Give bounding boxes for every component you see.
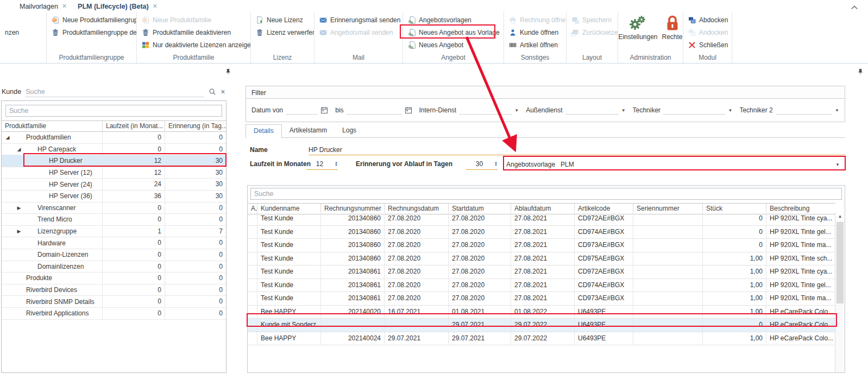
angebotsmail-senden-button[interactable]: Angebotsmail senden xyxy=(315,26,402,39)
speichern-button[interactable]: Speichern xyxy=(567,14,618,26)
ribbon-collapse-button[interactable] xyxy=(851,4,858,9)
tab-close-icon[interactable]: ✕ xyxy=(153,3,158,9)
lock-icon xyxy=(664,15,681,32)
tree-row-hardware[interactable]: Hardware00 xyxy=(2,237,226,249)
datum-von-input[interactable] xyxy=(286,106,318,115)
rechte-button[interactable]: Rechte xyxy=(662,15,683,41)
dropdown-arrow-icon[interactable]: ▼ xyxy=(835,162,840,167)
einstellungen-button[interactable]: Einstellungen xyxy=(618,15,657,41)
table-row[interactable]: Test Kunde20134086027.08.202027.08.20202… xyxy=(248,226,835,239)
tree-column-header[interactable]: Produktfamilie xyxy=(2,121,103,131)
ribbon-group-lizenz: Neue LizenzLizenz verwerfenLizenz xyxy=(251,12,315,63)
expander-open-icon[interactable]: ◢ xyxy=(4,132,11,143)
neues-angebot-aus-vorlage-button[interactable]: Neues Angebot aus Vorlage xyxy=(403,26,504,39)
main-content: Kunde ✕ ProduktfamilieLaufzeit (in Monat… xyxy=(0,64,868,380)
tree-row-domain-lizenzen[interactable]: Domain-Lizenzen00 xyxy=(2,249,226,261)
tree-row-virenscanner[interactable]: ▶Virenscanner00 xyxy=(2,202,226,214)
offer-template-dropdown[interactable]: Angebotsvorlage PLM ▼ xyxy=(503,157,845,172)
pin-icon[interactable] xyxy=(225,68,231,75)
clear-search-icon[interactable]: ✕ xyxy=(221,88,225,96)
tree-row-riverbird-applications[interactable]: Riverbird Applications00 xyxy=(2,308,226,320)
table-row[interactable]: Test Kunde20134086127.08.202027.08.20202… xyxy=(248,292,835,306)
tree-column-header[interactable]: Laufzeit (in Monat... xyxy=(103,121,165,131)
tree-row-riverbird-devices[interactable]: Riverbird Devices00 xyxy=(2,284,226,296)
ribbon-group-modul: AbdockenAndockenSchließenModul xyxy=(683,12,732,63)
schlie-en-button[interactable]: Schließen xyxy=(683,39,732,51)
duration-stepper[interactable]: 12 ▲▼ xyxy=(306,158,338,170)
module-tab-bar: Mailvorlagen✕PLM (Lifecycle) (Beta)✕ xyxy=(0,0,868,12)
scrollbar-thumb[interactable] xyxy=(836,222,844,303)
expander-closed-icon[interactable]: ▶ xyxy=(15,202,23,213)
tab-logs[interactable]: Logs xyxy=(335,124,364,137)
dropdown-arrow-icon[interactable]: ▼ xyxy=(621,108,626,113)
search-icon[interactable] xyxy=(209,88,216,96)
kunde-ffnen-button[interactable]: Kunde öffnen xyxy=(504,26,566,39)
dropdown-arrow-icon[interactable]: ▼ xyxy=(514,108,519,113)
tree-row-riverbird-snmp-details[interactable]: Riverbird SNMP Details00 xyxy=(2,296,226,308)
table-cell: 201340860 xyxy=(321,212,385,225)
tab-artikelstamm[interactable]: Artikelstamm xyxy=(282,124,335,137)
artikel-ffnen-button[interactable]: Artikel öffnen xyxy=(504,39,566,51)
table-row[interactable]: Test Kunde20134086027.08.202027.08.20202… xyxy=(248,212,835,226)
tree-row-hp-server-36[interactable]: HP Server (36)3630 xyxy=(2,191,226,202)
intern-dienst-input[interactable] xyxy=(459,106,512,115)
offer-template-label: Angebotsvorlage xyxy=(506,161,555,168)
neues-angebot-button[interactable]: Neues Angebot xyxy=(403,39,504,51)
tree-row-produktfamilien[interactable]: ◢Produktfamilien00 xyxy=(2,132,226,144)
tree-row-hp-drucker[interactable]: HP Drucker1230 xyxy=(2,155,226,167)
customer-search-input[interactable] xyxy=(26,87,204,97)
reminder-stepper[interactable]: 30 ▲▼ xyxy=(466,158,498,170)
tree-row-hp-carepack[interactable]: ◢HP Carepack00 xyxy=(2,144,226,156)
table-row[interactable]: Test Kunde20134086027.08.202027.08.20202… xyxy=(248,239,835,252)
button-label: Neues Angebot xyxy=(419,41,463,49)
neue-produktfamilie-button[interactable]: NEUNeue Produktfamilie xyxy=(137,14,250,26)
techniker-input[interactable] xyxy=(663,106,725,115)
stepper-arrows-icon[interactable]: ▲▼ xyxy=(493,161,498,167)
lizenz-verwerfen-button[interactable]: Lizenz verwerfen xyxy=(251,26,314,39)
tree-row-lizenzgruppe[interactable]: ▶Lizenzgruppe17 xyxy=(2,226,226,238)
techniker-2-input[interactable] xyxy=(776,106,832,115)
tree-column-header[interactable]: Erinnerung (in Tag... xyxy=(165,121,226,131)
name-input[interactable]: HP Drucker xyxy=(309,145,845,155)
tab-close-icon[interactable]: ✕ xyxy=(62,3,67,9)
table-row[interactable]: Test Kunde20134086127.08.202027.08.20202… xyxy=(248,265,835,279)
tree-cell-months: 0 xyxy=(103,132,165,143)
tree-row-trend-micro[interactable]: Trend Micro00 xyxy=(2,214,226,226)
tree-row-hp-server-24[interactable]: HP Server (24)2430 xyxy=(2,179,226,191)
table-row[interactable]: Test Kunde20134086027.08.202027.08.20202… xyxy=(248,252,835,266)
produktfamiliengruppe-deaktivieren-button[interactable]: Produktfamiliengruppe deaktivieren xyxy=(47,26,136,39)
tree-row-produkte[interactable]: Produkte00 xyxy=(2,273,226,284)
expander-closed-icon[interactable]: ▶ xyxy=(15,226,23,237)
erinnerungsmail-senden-button[interactable]: Erinnerungsmail senden xyxy=(315,14,402,26)
stepper-arrows-icon[interactable]: ▲▼ xyxy=(333,161,338,167)
andocken-button[interactable]: Andocken xyxy=(683,26,732,39)
table-row[interactable]: Test Kunde20134086127.08.202027.08.20202… xyxy=(248,279,835,293)
pin-icon[interactable] xyxy=(857,68,864,75)
neue-lizenz-button[interactable]: Neue Lizenz xyxy=(251,14,314,26)
angebotsvorlagen-button[interactable]: Angebotsvorlagen xyxy=(403,14,504,26)
table-row[interactable]: Kunde mit Sonderz...29.07.202129.07.2022… xyxy=(248,319,835,332)
bis-input[interactable] xyxy=(347,106,402,115)
tree-row-label: Hardware xyxy=(37,238,66,249)
rechnung-ffnen-button[interactable]: Rechnung öffnen xyxy=(504,14,566,26)
nur-deaktivierte-lizenzen-anzeigen-button[interactable]: Nur deaktivierte Lizenzen anzeigen xyxy=(137,39,250,51)
tree-search-input[interactable] xyxy=(5,105,222,117)
vertical-scrollbar[interactable]: ▲ xyxy=(835,212,845,372)
dropdown-arrow-icon[interactable]: ▼ xyxy=(728,108,732,113)
scroll-up-icon[interactable]: ▲ xyxy=(835,212,845,221)
zur-cksetzen-button[interactable]: Zurücksetzen xyxy=(567,26,618,39)
produktfamilie-deaktivieren-button[interactable]: Produktfamilie deaktivieren xyxy=(137,26,250,39)
neue-produktfamiliengruppe-button[interactable]: NEUNeue Produktfamiliengruppe xyxy=(47,14,136,26)
clipped-button-fragment[interactable]: nzen xyxy=(0,26,46,39)
tab-details[interactable]: Details xyxy=(246,124,282,138)
table-row[interactable]: Bee HAPPY20214002429.07.202129.07.202129… xyxy=(248,332,835,346)
expander-open-icon[interactable]: ◢ xyxy=(15,144,23,155)
tree-row-hp-server-12[interactable]: HP Server (12)1230 xyxy=(2,167,226,179)
dropdown-arrow-icon[interactable]: ▼ xyxy=(835,108,839,113)
tab-mailvorlagen[interactable]: Mailvorlagen✕ xyxy=(14,0,72,12)
table-row[interactable]: Bee HAPPY20214002016.07.202101.08.202101… xyxy=(248,306,835,319)
au-endienst-input[interactable] xyxy=(565,106,619,115)
table-search-input[interactable] xyxy=(250,188,842,200)
tree-row-domainlizenzen[interactable]: Domainlizenzen00 xyxy=(2,261,226,273)
abdocken-button[interactable]: Abdocken xyxy=(683,14,732,26)
